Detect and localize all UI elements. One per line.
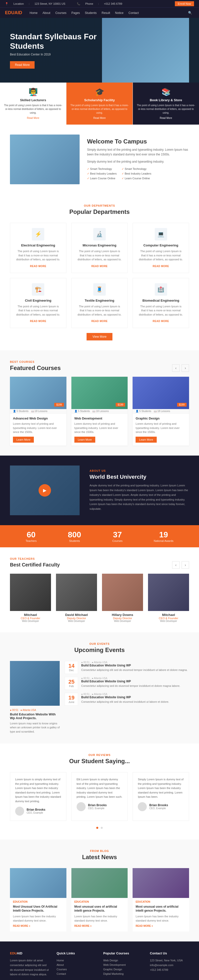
course-meta-2: 👤 5 Students 📖 18 Lessons: [132, 409, 189, 414]
welcome-desc2: Simply dummy text of the printing and ty…: [87, 159, 189, 164]
dept-card-2: 💻 Computer Engineering The point of usin…: [132, 223, 189, 273]
stat-label-courses: Courses: [112, 539, 123, 542]
footer-link-contact[interactable]: Contact: [57, 972, 66, 975]
university-video-thumb: ▶: [10, 466, 80, 515]
footer-contact-title: Contact Us: [150, 951, 189, 955]
course-btn-0[interactable]: Learn More: [13, 437, 34, 442]
news-title-0: Most Unusual Uses Of Artificial Intelli …: [13, 905, 64, 913]
event-main-title: Build Education Website With Wp And Proj…: [10, 713, 60, 720]
footer-link-courses[interactable]: Courses: [57, 968, 67, 971]
nav-courses[interactable]: Courses: [53, 8, 69, 18]
nav-result[interactable]: Result: [99, 8, 112, 18]
author-name-1: Brian Brooks: [88, 803, 107, 807]
course-thumb-1: $199: [72, 377, 128, 409]
faculty-name-2: Hillary Downs: [102, 613, 143, 617]
dept-name-4: Textile Engineering: [76, 299, 123, 302]
faculty-card-0: Mitchael CEO & Founder Web Developer: [10, 574, 51, 622]
nav-contact[interactable]: Contact: [126, 8, 141, 18]
nav-notice[interactable]: Notice: [113, 8, 126, 18]
dept-name-0: Electrical Engineering: [15, 243, 61, 247]
footer-course-4[interactable]: Digital Marketing: [103, 972, 124, 975]
course-desc-1: Lorem dummy text of printing and typeset…: [74, 422, 125, 434]
course-badge-2: $199: [177, 403, 186, 407]
nav-pages[interactable]: Pages: [69, 8, 82, 18]
stat-number-students: 800: [68, 530, 81, 539]
footer-course-3[interactable]: Graphic Design: [103, 968, 122, 971]
footer-course-2[interactable]: Web Development: [103, 963, 126, 966]
stat-awards: 19 National Awards: [154, 530, 174, 542]
event-info-1: ● 00:51 · ● Atlanta USA Build Education …: [81, 677, 180, 688]
footer-link-home[interactable]: Home: [57, 959, 64, 962]
courses-next-arrow[interactable]: ›: [181, 364, 189, 372]
footer-link-about[interactable]: About: [57, 963, 64, 966]
feature-desc-2: The point of using Lorem Ipsum is that i…: [137, 103, 195, 115]
news-title-1: Most unusual uses of artificial intelli …: [74, 905, 125, 913]
author-avatar-1: [76, 802, 86, 811]
civil-icon: 🏗️: [32, 283, 44, 296]
dept-readmore-2[interactable]: READ MORE: [153, 265, 169, 267]
course-body-1: Web Development Lorem dummy text of prin…: [72, 414, 128, 445]
dept-readmore-0[interactable]: READ MORE: [30, 265, 46, 267]
dept-readmore-5[interactable]: READ MORE: [153, 320, 169, 323]
faculty-prev-arrow[interactable]: ‹: [172, 561, 180, 569]
author-name-2: Brian Brooks: [149, 803, 168, 807]
course-lessons-0: 📖 18 Lessons: [31, 410, 48, 412]
footer-email: info@example.com: [150, 963, 189, 967]
nav-students[interactable]: Students: [82, 8, 99, 18]
search-icon[interactable]: 🔍: [186, 8, 194, 18]
course-thumb-0: $199: [10, 377, 67, 409]
courses-prev-arrow[interactable]: ‹: [172, 364, 180, 372]
feature-link-0[interactable]: Read More: [27, 117, 39, 119]
courses-section: BEST COURSES Featured Courses ‹ › $199 👤…: [0, 350, 199, 455]
university-content: ABOUT US World Best Univercity Ample dum…: [89, 469, 189, 511]
feature-link-1[interactable]: Read More: [93, 117, 105, 119]
event-day-2: 19: [68, 695, 74, 700]
dept-name-2: Computer Engineering: [138, 243, 184, 247]
faculty-section: OUR TEACHERS Best Certified Faculty ‹ › …: [0, 547, 199, 632]
events-section: OUR EVENTS Upcoming Events ● 00:51 · ● A…: [0, 632, 199, 744]
navbar: EDUAID Home About Courses Pages Students…: [0, 8, 199, 18]
course-badge-1: $199: [116, 403, 125, 407]
faculty-next-arrow[interactable]: ›: [181, 561, 189, 569]
feature-link-2[interactable]: Read More: [160, 117, 172, 119]
stat-label-awards: National Awards: [154, 539, 174, 542]
stats-bar: 60 Teachers 800 Students 37 Courses 19 N…: [0, 525, 199, 547]
course-btn-1[interactable]: Learn More: [74, 437, 95, 442]
event-item-2: 19 June ● 00:51 · ● Atlanta USA Build Ed…: [65, 693, 189, 706]
university-desc: Ample dummy text of the printing and typ…: [89, 483, 189, 511]
course-body-2: Graphic Design Lorem dummy text of print…: [132, 414, 189, 445]
dept-readmore-4[interactable]: READ MORE: [91, 320, 108, 323]
dot-0[interactable]: [96, 827, 98, 829]
footer-course-1[interactable]: Web Design: [103, 959, 118, 962]
testimonial-card-2: Simply Lorem Ipsum is dummy text of the …: [132, 772, 189, 821]
welcome-list-item: Learn Course Online: [122, 176, 151, 181]
textile-icon: 🧵: [93, 283, 106, 296]
welcome-list-item: Smart Technology: [87, 167, 117, 171]
course-btn-2[interactable]: Learn More: [135, 437, 156, 442]
event-date-0: 14 Dec: [65, 661, 78, 674]
news-readmore-1[interactable]: Read More »: [74, 924, 92, 927]
dept-desc-1: The point of using Lorem Ipsum is that i…: [76, 249, 123, 262]
news-readmore-2[interactable]: Read More »: [135, 924, 153, 927]
dept-readmore-1[interactable]: READ MORE: [91, 265, 108, 267]
play-button[interactable]: ▶: [38, 484, 51, 496]
enroll-now-button[interactable]: Enroll Now: [175, 1, 194, 6]
news-readmore-0[interactable]: Read More »: [13, 924, 30, 927]
dept-desc-2: The point of using Lorem Ipsum is that i…: [138, 249, 184, 262]
scholarship-icon: 🎓: [70, 88, 129, 96]
author-info-1: Brian Brooks CEO, Example: [88, 803, 107, 810]
dept-name-1: Micronas Engineering: [76, 243, 123, 247]
course-students-2: 👤 5 Students: [135, 410, 151, 412]
nav-home[interactable]: Home: [27, 8, 40, 18]
faculty-role-2: Deputy Director: [102, 617, 143, 620]
view-more-button[interactable]: View More: [87, 333, 112, 340]
welcome-section: Welcome To Campus Simply dummy text of t…: [0, 124, 199, 194]
faculty-photo-0: [10, 574, 51, 611]
nav-about[interactable]: About: [40, 8, 53, 18]
dept-readmore-3[interactable]: READ MORE: [30, 320, 46, 323]
dept-desc-4: The point of using Lorem Ipsum is that i…: [76, 304, 123, 317]
feature-desc-1: The point of using Lorem Ipsum is that i…: [70, 103, 129, 115]
hero-cta-button[interactable]: Read More: [10, 61, 35, 68]
dot-1[interactable]: [101, 827, 103, 829]
faculty-role-3: CEO & Founder: [148, 617, 189, 620]
